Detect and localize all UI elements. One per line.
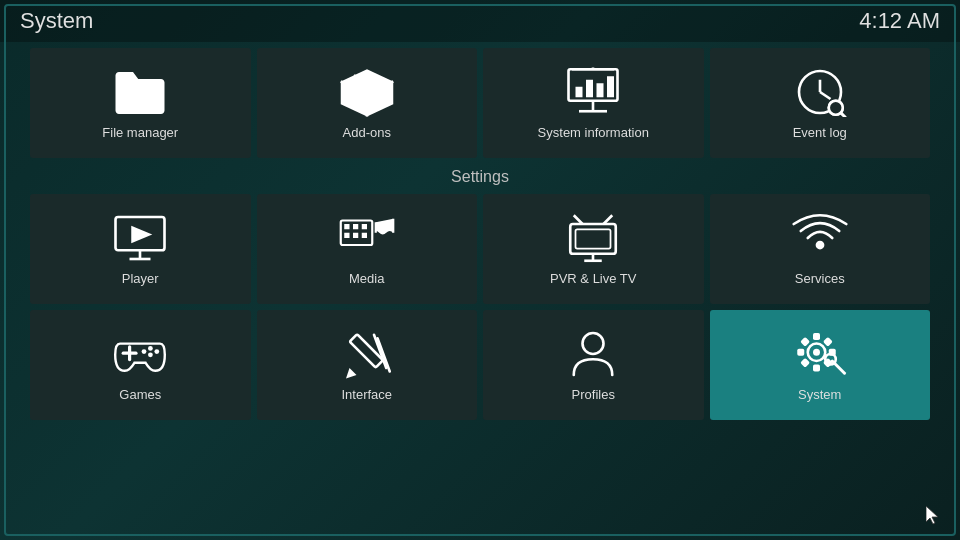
tile-media-label: Media (349, 271, 384, 286)
svg-point-43 (148, 352, 153, 357)
mouse-cursor (926, 506, 942, 526)
player-icon (112, 213, 168, 263)
svg-rect-27 (344, 232, 349, 237)
svg-rect-29 (362, 232, 367, 237)
box-icon (339, 67, 395, 117)
settings-section-label: Settings (30, 168, 930, 186)
svg-rect-28 (353, 232, 358, 237)
top-row: File manager Add-ons (30, 48, 930, 158)
svg-point-42 (155, 349, 160, 354)
tile-media[interactable]: Media (257, 194, 478, 304)
svg-rect-56 (800, 336, 810, 346)
tile-profiles[interactable]: Profiles (483, 310, 704, 420)
tv-icon (565, 213, 621, 263)
tile-player-label: Player (122, 271, 159, 286)
svg-rect-35 (576, 229, 611, 248)
tile-system-information[interactable]: System information (483, 48, 704, 158)
svg-line-18 (841, 113, 845, 117)
settings-row-2: Games Interface (30, 310, 930, 420)
svg-rect-6 (607, 76, 614, 97)
tile-games-label: Games (119, 387, 161, 402)
svg-rect-4 (586, 79, 593, 97)
tile-add-ons-label: Add-ons (343, 125, 391, 140)
svg-rect-24 (344, 224, 349, 229)
content-area: File manager Add-ons (0, 42, 960, 430)
svg-marker-46 (346, 368, 357, 379)
tile-system-info-label: System information (538, 125, 649, 140)
svg-marker-20 (132, 225, 153, 243)
svg-rect-25 (353, 224, 358, 229)
services-icon (792, 213, 848, 263)
settings-rows: Player Media (30, 194, 930, 420)
settings-row-1: Player Media (30, 194, 930, 304)
profile-icon (565, 329, 621, 379)
svg-rect-5 (597, 83, 604, 97)
event-log-icon (792, 67, 848, 117)
svg-rect-53 (813, 364, 820, 371)
tile-pvr-label: PVR & Live TV (550, 271, 636, 286)
tile-games[interactable]: Games (30, 310, 251, 420)
clock: 4:12 AM (859, 8, 940, 34)
header: System 4:12 AM (0, 0, 960, 42)
svg-rect-57 (823, 336, 833, 346)
gamepad-icon (112, 329, 168, 379)
tile-interface[interactable]: Interface (257, 310, 478, 420)
tile-system-label: System (798, 387, 841, 402)
tile-services-label: Services (795, 271, 845, 286)
svg-point-49 (583, 333, 604, 354)
tile-add-ons[interactable]: Add-ons (257, 48, 478, 158)
media-icon (339, 213, 395, 263)
tile-interface-label: Interface (341, 387, 392, 402)
svg-marker-62 (926, 506, 938, 524)
system-icon (792, 329, 848, 379)
tile-file-manager[interactable]: File manager (30, 48, 251, 158)
svg-rect-54 (797, 348, 804, 355)
tile-event-log-label: Event log (793, 125, 847, 140)
app-title: System (20, 8, 93, 34)
tile-system[interactable]: System (710, 310, 931, 420)
svg-rect-3 (576, 86, 583, 97)
presentation-icon (565, 67, 621, 117)
tile-pvr[interactable]: PVR & Live TV (483, 194, 704, 304)
svg-point-38 (815, 240, 824, 249)
tile-file-manager-label: File manager (102, 125, 178, 140)
svg-point-44 (142, 349, 147, 354)
svg-rect-58 (800, 357, 810, 367)
tile-player[interactable]: Player (30, 194, 251, 304)
tile-services[interactable]: Services (710, 194, 931, 304)
folder-icon (112, 67, 168, 117)
svg-rect-26 (362, 224, 367, 229)
svg-rect-52 (813, 333, 820, 340)
interface-icon (339, 329, 395, 379)
svg-point-41 (148, 346, 153, 351)
svg-point-51 (813, 348, 820, 355)
svg-line-13 (820, 92, 831, 99)
tile-event-log[interactable]: Event log (710, 48, 931, 158)
tile-profiles-label: Profiles (572, 387, 615, 402)
